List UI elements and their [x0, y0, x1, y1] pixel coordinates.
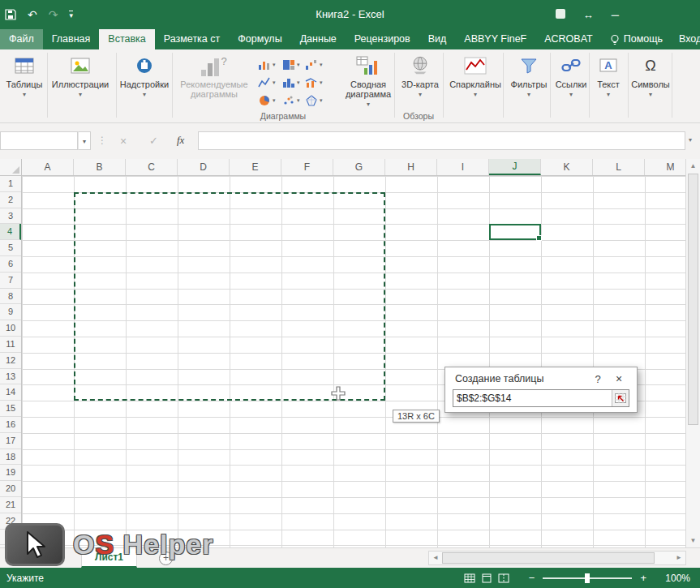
insert-scatter-chart-button[interactable]: ▾	[281, 92, 305, 109]
row-header-3[interactable]: 3	[0, 208, 21, 225]
ribbon-display-options-button[interactable]	[556, 9, 565, 21]
insert-combo-chart-button[interactable]: ▾	[303, 75, 328, 91]
name-box[interactable]	[0, 131, 78, 150]
scroll-left-button[interactable]: ◄	[430, 552, 441, 564]
row-header-6[interactable]: 6	[0, 256, 21, 273]
row-header-5[interactable]: 5	[0, 240, 21, 256]
tab-home[interactable]: Главная	[43, 29, 100, 49]
column-header-C[interactable]: C	[126, 159, 178, 175]
column-header-K[interactable]: K	[541, 159, 593, 175]
grid-cells[interactable]	[22, 176, 685, 547]
tab-acrobat[interactable]: ACROBAT	[535, 29, 602, 49]
row-header-15[interactable]: 15	[0, 401, 21, 417]
row-header-16[interactable]: 16	[0, 417, 21, 433]
sign-in-button[interactable]: Вход	[671, 29, 700, 49]
row-header-11[interactable]: 11	[0, 337, 21, 353]
expand-formula-bar-button[interactable]: ▾	[689, 136, 692, 144]
page-layout-view-icon[interactable]	[481, 573, 492, 583]
scroll-right-button[interactable]: ►	[673, 552, 685, 564]
row-header-4[interactable]: 4	[0, 224, 21, 240]
column-header-D[interactable]: D	[178, 159, 230, 175]
row-header-12[interactable]: 12	[0, 353, 21, 369]
scroll-down-button[interactable]: ▼	[686, 534, 700, 547]
row-header-20[interactable]: 20	[0, 481, 21, 497]
column-header-F[interactable]: F	[281, 159, 333, 175]
row-header-21[interactable]: 21	[0, 497, 21, 513]
tables-button[interactable]: Таблицы ▾	[2, 52, 47, 100]
filters-button[interactable]: Фильтры ▾	[506, 52, 552, 100]
scroll-up-button[interactable]: ▲	[686, 159, 700, 173]
row-header-2[interactable]: 2	[0, 192, 21, 208]
tab-review[interactable]: Рецензиров	[346, 29, 419, 49]
row-header-8[interactable]: 8	[0, 289, 21, 305]
column-header-B[interactable]: B	[74, 159, 126, 175]
help-button[interactable]: Помощь	[602, 29, 671, 49]
row-header-13[interactable]: 13	[0, 369, 21, 385]
column-header-M[interactable]: M	[645, 159, 685, 175]
map-3d-button[interactable]: 3D-карта ▾	[397, 52, 443, 100]
column-header-J[interactable]: J	[489, 159, 541, 175]
zoom-in-button[interactable]: +	[637, 572, 650, 584]
column-header-L[interactable]: L	[593, 159, 645, 175]
tab-data[interactable]: Данные	[291, 29, 346, 49]
formula-input[interactable]	[198, 131, 685, 150]
insert-waterfall-chart-button[interactable]: ▾	[303, 57, 328, 73]
row-header-18[interactable]: 18	[0, 449, 21, 466]
insert-radar-chart-button[interactable]: ▾	[303, 92, 328, 109]
row-header-9[interactable]: 9	[0, 304, 21, 320]
column-header-A[interactable]: A	[22, 159, 74, 175]
zoom-slider-knob[interactable]	[585, 573, 590, 583]
dialog-close-button[interactable]: ×	[608, 372, 630, 385]
collapse-dialog-button[interactable]	[612, 390, 629, 406]
illustrations-button[interactable]: Иллюстрации ▾	[49, 52, 112, 100]
tab-file[interactable]: Файл	[0, 29, 43, 49]
column-header-G[interactable]: G	[333, 159, 385, 175]
row-header-17[interactable]: 17	[0, 433, 21, 449]
vertical-scrollbar[interactable]: ▲ ▼	[685, 159, 700, 547]
vertical-scroll-thumb[interactable]	[688, 174, 698, 425]
row-header-19[interactable]: 19	[0, 465, 21, 481]
minimize-window-button[interactable]: ─	[612, 9, 619, 21]
zoom-slider[interactable]	[543, 577, 632, 579]
tab-view[interactable]: Вид	[419, 29, 456, 49]
zoom-out-button[interactable]: −	[526, 572, 539, 584]
row-header-7[interactable]: 7	[0, 273, 21, 289]
symbols-button[interactable]: Ω Символы ▾	[629, 52, 672, 100]
tab-insert[interactable]: Вставка	[99, 29, 154, 49]
insert-column-chart-button[interactable]: ▾	[256, 57, 281, 73]
dialog-help-button[interactable]: ?	[588, 373, 608, 385]
enter-button[interactable]: ✓	[149, 135, 158, 147]
insert-function-button[interactable]: fx	[177, 134, 184, 147]
row-header-14[interactable]: 14	[0, 384, 21, 401]
zoom-level[interactable]: 100%	[655, 573, 690, 584]
addins-button[interactable]: Надстройки ▾	[118, 52, 170, 100]
horizontal-scroll-thumb[interactable]	[442, 552, 655, 564]
insert-pie-chart-button[interactable]: ▾	[256, 92, 281, 109]
column-header-I[interactable]: I	[437, 159, 489, 175]
formula-bar-splitter[interactable]: ⋮	[97, 135, 107, 146]
tab-page-layout[interactable]: Разметка ст	[155, 29, 229, 49]
table-range-input[interactable]: $B$2:$G$14	[453, 389, 629, 407]
name-box-dropdown[interactable]: ▾	[78, 131, 91, 150]
tab-formulas[interactable]: Формулы	[229, 29, 290, 49]
tab-abbyy[interactable]: ABBYY FineF	[455, 29, 535, 49]
cancel-button[interactable]: ×	[120, 135, 127, 148]
column-header-E[interactable]: E	[230, 159, 281, 175]
sparklines-button[interactable]: Спарклайны ▾	[448, 52, 503, 100]
column-header-H[interactable]: H	[385, 159, 437, 175]
restore-window-button[interactable]: ↔	[583, 9, 594, 21]
normal-view-icon[interactable]	[464, 573, 475, 583]
insert-statistic-chart-button[interactable]: ▾	[281, 75, 305, 91]
dialog-header[interactable]: Создание таблицы ? ×	[445, 367, 637, 388]
select-all-button[interactable]	[0, 159, 22, 175]
row-header-1[interactable]: 1	[0, 176, 21, 192]
links-button[interactable]: Ссылки ▾	[552, 52, 590, 100]
pivot-chart-button[interactable]: Сводная диаграмма ▾	[341, 52, 396, 109]
horizontal-scrollbar[interactable]: ◄ ►	[428, 551, 686, 565]
page-break-view-icon[interactable]	[498, 573, 509, 583]
text-button[interactable]: A Текст ▾	[590, 52, 626, 100]
active-cell[interactable]	[489, 224, 541, 240]
row-header-10[interactable]: 10	[0, 320, 21, 337]
insert-line-chart-button[interactable]: ▾	[256, 75, 281, 91]
insert-hierarchy-chart-button[interactable]: ▾	[281, 57, 305, 73]
